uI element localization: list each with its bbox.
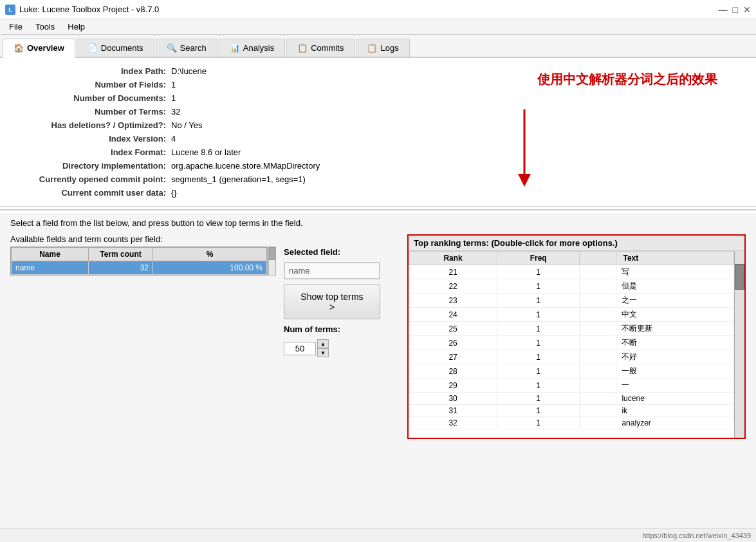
top-ranking-header: Top ranking terms: (Double-click for mor… [409, 236, 744, 251]
commits-icon: 📋 [297, 43, 308, 53]
rank-cell: 22 [409, 279, 497, 294]
info-value: segments_1 (generation=1, segs=1) [171, 174, 306, 184]
info-value: {} [171, 188, 177, 198]
ranking-row[interactable]: 281一般 [409, 364, 734, 378]
info-label: Index Version: [10, 134, 171, 144]
rank-cell: 27 [409, 350, 497, 364]
spinner-up-button[interactable]: ▲ [317, 339, 329, 348]
ranking-row[interactable]: 221但是 [409, 279, 734, 294]
bar-cell [580, 393, 616, 405]
window-controls[interactable]: — □ ✕ [719, 5, 751, 15]
spinner-down-button[interactable]: ▼ [317, 348, 329, 357]
rank-cell: 24 [409, 308, 497, 322]
info-label: Has deletions? / Optimized?: [10, 120, 171, 130]
freq-cell: 1 [497, 279, 580, 294]
info-label: Number of Fields: [10, 80, 171, 89]
info-row: Directory implementation:org.apache.luce… [10, 159, 746, 173]
text-cell: 但是 [616, 279, 734, 294]
show-top-terms-button[interactable]: Show top terms > [284, 285, 380, 319]
rank-cell: 30 [409, 393, 497, 405]
col-bar [580, 252, 616, 265]
num-of-terms-label: Num of terms: [284, 324, 400, 334]
bar-cell [580, 405, 616, 417]
freq-cell: 1 [497, 308, 580, 322]
rank-cell: 26 [409, 336, 497, 350]
ranking-row[interactable]: 321analyzer [409, 417, 734, 429]
tab-overview[interactable]: 🏠 Overview [3, 39, 75, 58]
ranking-row[interactable]: 271不好 [409, 350, 734, 364]
freq-cell: 1 [497, 265, 580, 279]
info-value: Lucene 8.6 or later [171, 147, 241, 157]
table-row[interactable]: name32100.00 % [12, 261, 267, 275]
ranking-row[interactable]: 261不断 [409, 336, 734, 350]
rank-cell: 29 [409, 378, 497, 393]
footer-text: https://blog.csdn.net/weixin_43439 [642, 532, 751, 539]
info-label: Index Path: [10, 66, 171, 76]
title-bar: L Luke: Lucene Toolbox Project - v8.7.0 … [0, 0, 756, 19]
ranking-row[interactable]: 231之一 [409, 294, 734, 308]
tab-documents[interactable]: 📄 Documents [77, 39, 154, 57]
scrollbar[interactable] [734, 251, 744, 438]
menu-help[interactable]: Help [61, 21, 91, 33]
info-row: Current commit user data:{} [10, 186, 746, 200]
menu-file[interactable]: File [3, 21, 29, 33]
maximize-button[interactable]: □ [733, 5, 738, 15]
col-text: Text [616, 252, 734, 265]
menu-tools[interactable]: Tools [29, 21, 61, 33]
rank-cell: 32 [409, 417, 497, 429]
freq-cell: 1 [497, 417, 580, 429]
info-value: 1 [171, 93, 176, 103]
footer-bar: https://blog.csdn.net/weixin_43439 [0, 528, 756, 542]
app-title: Luke: Lucene Toolbox Project - v8.7.0 [19, 5, 159, 14]
info-value: org.apache.lucene.store.MMapDirectory [171, 161, 320, 171]
info-row: Index Format:Lucene 8.6 or later [10, 145, 746, 159]
freq-cell: 1 [497, 364, 580, 378]
ranking-row[interactable]: 241中文 [409, 308, 734, 322]
text-cell: lucene [616, 393, 734, 405]
text-cell: 不断更新 [616, 322, 734, 336]
info-label: Number of Documents: [10, 93, 171, 103]
text-cell: 不断 [616, 336, 734, 350]
info-section: Index Path:D:\luceneNumber of Fields:1Nu… [0, 58, 756, 207]
col-pct: % [153, 248, 267, 261]
ranking-row[interactable]: 251不断更新 [409, 322, 734, 336]
ranking-row[interactable]: 211写 [409, 265, 734, 279]
info-row: Index Version:4 [10, 132, 746, 145]
num-of-terms-spinner[interactable]: ▲ ▼ [284, 339, 400, 357]
menu-bar: File Tools Help [0, 19, 756, 35]
selected-field-input[interactable] [284, 262, 380, 279]
freq-cell: 1 [497, 350, 580, 364]
rank-cell: 31 [409, 405, 497, 417]
minimize-button[interactable]: — [719, 5, 728, 15]
annotation-arrow [512, 109, 537, 189]
bar-cell [580, 350, 616, 364]
annotation-text: 使用中文解析器分词之后的效果 [537, 71, 717, 88]
app-icon: L [5, 5, 15, 15]
info-value: D:\lucene [171, 66, 207, 76]
bar-cell [580, 322, 616, 336]
ranking-row[interactable]: 301lucene [409, 393, 734, 405]
tab-logs[interactable]: 📋 Logs [356, 39, 409, 57]
tab-commits[interactable]: 📋 Commits [286, 39, 355, 57]
analysis-icon: 📊 [230, 43, 240, 53]
info-value: 4 [171, 134, 176, 144]
ranking-row[interactable]: 311ik [409, 405, 734, 417]
freq-cell: 1 [497, 322, 580, 336]
info-label: Index Format: [10, 147, 171, 157]
close-button[interactable]: ✕ [743, 5, 751, 15]
tab-search[interactable]: 🔍 Search [156, 39, 217, 57]
info-label: Currently opened commit point: [10, 174, 171, 184]
bar-cell [580, 336, 616, 350]
tab-analysis[interactable]: 📊 Analysis [219, 39, 285, 57]
logs-icon: 📋 [367, 43, 377, 53]
ranking-row[interactable]: 291一 [409, 378, 734, 393]
bar-cell [580, 294, 616, 308]
top-ranking-box: Top ranking terms: (Double-click for mor… [407, 234, 746, 439]
text-cell: 不好 [616, 350, 734, 364]
freq-cell: 1 [497, 378, 580, 393]
instruction-text: Select a field from the list below, and … [10, 218, 746, 228]
bar-cell [580, 308, 616, 322]
field-pct: 100.00 % [153, 261, 267, 275]
info-label: Directory implementation: [10, 161, 171, 171]
num-of-terms-input[interactable] [284, 342, 316, 355]
